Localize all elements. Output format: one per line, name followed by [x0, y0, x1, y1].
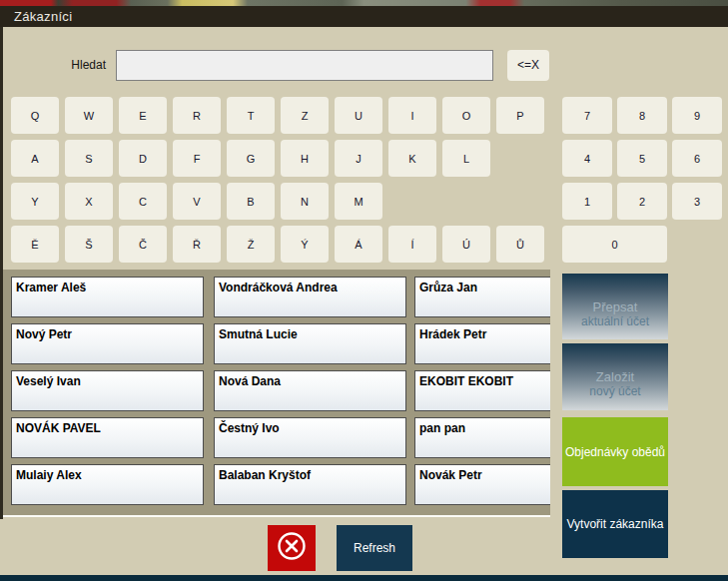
window-title: Zákazníci: [14, 9, 72, 24]
key-uring[interactable]: Ů: [496, 226, 544, 263]
key-t[interactable]: T: [227, 97, 275, 134]
key-g[interactable]: G: [227, 140, 275, 177]
key-k[interactable]: K: [388, 140, 436, 177]
cancel-x-icon: [276, 530, 308, 566]
titlebar: Zákazníci: [0, 6, 728, 27]
key-7[interactable]: 7: [562, 97, 612, 134]
backspace-button[interactable]: <=X: [507, 50, 549, 81]
lunch-orders-button[interactable]: Objednávky obědů: [562, 417, 668, 486]
customer-button[interactable]: Smutná Lucie: [214, 323, 406, 364]
key-v[interactable]: V: [173, 183, 221, 220]
customer-button[interactable]: pan pan: [414, 417, 550, 458]
key-m[interactable]: M: [335, 183, 382, 220]
customer-button[interactable]: Vondráčková Andrea: [214, 277, 406, 317]
customer-button[interactable]: NOVÁK PAVEL: [11, 417, 204, 458]
refresh-button[interactable]: Refresh: [337, 525, 412, 571]
key-x[interactable]: X: [65, 183, 113, 220]
key-5[interactable]: 5: [617, 140, 667, 177]
key-o[interactable]: O: [442, 97, 490, 134]
key-6[interactable]: 6: [672, 140, 722, 177]
key-aacute[interactable]: Á: [335, 226, 382, 263]
numpad-row-1: 7 8 9: [562, 97, 722, 134]
create-customer-button[interactable]: Vytvořit zákazníka: [562, 490, 668, 558]
key-d[interactable]: D: [119, 140, 167, 177]
customer-button[interactable]: EKOBIT EKOBIT: [414, 370, 550, 411]
key-p[interactable]: P: [496, 97, 544, 134]
key-ccaron[interactable]: Č: [119, 226, 167, 263]
key-2[interactable]: 2: [617, 183, 667, 220]
key-c[interactable]: C: [119, 183, 167, 220]
key-e[interactable]: E: [119, 97, 167, 134]
keyboard-row-4: Ě Š Č Ř Ž Ý Á Í Ú Ů: [11, 226, 544, 263]
keyboard-row-3: Y X C V B N M: [11, 183, 382, 220]
customer-button[interactable]: Mulaiy Alex: [11, 464, 204, 505]
key-1[interactable]: 1: [562, 183, 612, 220]
key-s[interactable]: S: [65, 140, 113, 177]
overwrite-account-label-line1: Přepsat: [562, 299, 668, 314]
key-i[interactable]: I: [388, 97, 436, 134]
customer-button[interactable]: Veselý Ivan: [11, 370, 204, 411]
create-account-button[interactable]: Založit nový účet: [562, 343, 668, 410]
key-b[interactable]: B: [227, 183, 275, 220]
customer-button[interactable]: Nový Petr: [11, 323, 204, 364]
keyboard-row-1: Q W E R T Z U I O P: [11, 97, 544, 134]
key-uacute[interactable]: Ú: [442, 226, 490, 263]
customer-button[interactable]: Balaban Kryštof: [214, 464, 406, 505]
key-h[interactable]: H: [281, 140, 329, 177]
key-9[interactable]: 9: [672, 97, 722, 134]
customer-list-panel: Kramer Aleš Vondráčková Andrea Grůza Jan…: [3, 270, 550, 517]
overwrite-account-button[interactable]: Přepsat aktuální účet: [562, 274, 668, 339]
key-n[interactable]: N: [281, 183, 329, 220]
overwrite-account-label-line2: aktuální účet: [562, 314, 668, 328]
key-zcaron[interactable]: Ž: [227, 226, 275, 263]
create-account-label-line1: Založit: [562, 369, 668, 384]
customer-button[interactable]: Novák Petr: [414, 464, 550, 505]
key-a[interactable]: A: [11, 140, 59, 177]
key-j[interactable]: J: [335, 140, 382, 177]
key-iacute[interactable]: Í: [388, 226, 436, 263]
customer-button[interactable]: Hrádek Petr: [414, 323, 550, 364]
key-scaron[interactable]: Š: [65, 226, 113, 263]
numpad-row-2: 4 5 6: [562, 140, 722, 177]
search-label: Hledat: [36, 58, 106, 72]
cancel-button[interactable]: [268, 525, 316, 571]
customer-button[interactable]: Grůza Jan: [414, 277, 550, 317]
key-y[interactable]: Y: [11, 183, 59, 220]
key-4[interactable]: 4: [562, 140, 612, 177]
key-z[interactable]: Z: [281, 97, 329, 134]
key-w[interactable]: W: [65, 97, 113, 134]
key-f[interactable]: F: [173, 140, 221, 177]
key-rcaron[interactable]: Ř: [173, 226, 221, 263]
key-q[interactable]: Q: [11, 97, 59, 134]
customer-button[interactable]: Čestný Ivo: [214, 417, 406, 458]
create-account-label-line2: nový účet: [562, 384, 668, 398]
key-ecaron[interactable]: Ě: [11, 226, 59, 263]
key-l[interactable]: L: [442, 140, 490, 177]
key-3[interactable]: 3: [672, 183, 722, 220]
customer-button[interactable]: Kramer Aleš: [11, 277, 204, 317]
numpad-row-3: 1 2 3: [562, 183, 722, 220]
key-yacute[interactable]: Ý: [281, 226, 329, 263]
keyboard-row-2: A S D F G H J K L: [11, 140, 490, 177]
key-r[interactable]: R: [173, 97, 221, 134]
key-u[interactable]: U: [335, 97, 382, 134]
search-input[interactable]: [116, 50, 493, 81]
customer-button[interactable]: Nová Dana: [214, 370, 406, 411]
bottom-window-strip: [0, 575, 728, 581]
customers-dialog: Zákazníci Hledat <=X Q W E R T Z U I O P…: [0, 0, 728, 581]
key-0[interactable]: 0: [562, 226, 667, 263]
key-8[interactable]: 8: [617, 97, 667, 134]
